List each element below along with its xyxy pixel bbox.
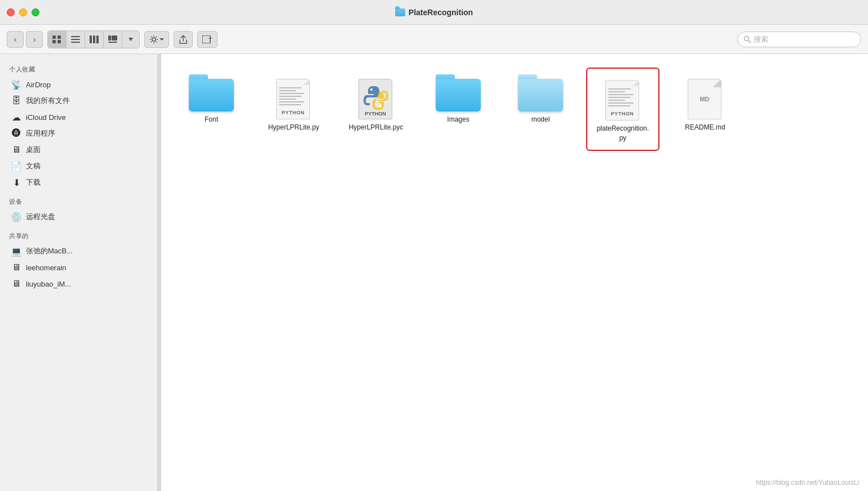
folder-body <box>436 79 481 111</box>
maximize-button[interactable] <box>32 8 39 16</box>
leehomerain-icon: 🖥 <box>11 262 21 273</box>
sidebar-label-docs: 文稿 <box>26 161 41 171</box>
python-file-icon: PYTHON <box>274 74 313 119</box>
pyc-file-icon: PYTHON <box>356 74 396 119</box>
svg-rect-0 <box>52 35 56 39</box>
file-item-readme-md[interactable]: MD README.md <box>668 68 742 151</box>
column-view-button[interactable] <box>85 31 104 48</box>
file-item-hyperlpr-py[interactable]: PYTHON HyperLPRLite.py <box>257 68 330 151</box>
view-options-button[interactable] <box>122 31 139 48</box>
py-page: PYTHON <box>276 79 310 119</box>
downloads-icon: ⬇ <box>11 177 21 188</box>
file-area: Font PYTHON HyperLPRLite.py <box>161 54 868 491</box>
svg-rect-12 <box>108 42 117 43</box>
svg-rect-10 <box>108 35 111 41</box>
sidebar-item-macb[interactable]: 💻 张弛的MacB... <box>2 243 155 259</box>
sidebar-item-airdrop[interactable]: 📡 AirDrop <box>2 77 155 92</box>
svg-rect-9 <box>96 35 99 43</box>
back-button[interactable]: ‹ <box>7 31 24 48</box>
file-item-platerecognition-py[interactable]: PYTHON plateRecognition.py <box>586 68 659 151</box>
sidebar-section-title: 个人收藏 <box>0 59 157 76</box>
window-title: PlateRecognition <box>395 8 473 17</box>
svg-rect-11 <box>112 35 117 41</box>
minimize-button[interactable] <box>19 8 27 16</box>
folder-icon <box>518 74 563 111</box>
file-item-hyperlpr-pyc[interactable]: PYTHON HyperLPRLite.pyc <box>339 68 413 151</box>
sidebar-item-remote-disk[interactable]: 💿 远程光盘 <box>2 209 155 225</box>
sidebar: 个人收藏 📡 AirDrop 🗄 我的所有文件 ☁ iCloud Drive 🅐… <box>0 54 158 491</box>
list-view-button[interactable] <box>67 31 85 48</box>
search-box[interactable]: 搜索 <box>737 32 861 47</box>
toolbar: ‹ › <box>0 25 868 54</box>
file-label-images: Images <box>447 115 469 124</box>
svg-marker-15 <box>160 38 164 41</box>
macb-icon: 💻 <box>11 246 21 256</box>
pyc-page: PYTHON <box>358 79 392 119</box>
cover-flow-button[interactable] <box>104 31 122 48</box>
share-button[interactable] <box>174 31 193 48</box>
remote-disk-icon: 💿 <box>11 212 21 222</box>
sidebar-label-remote-disk: 远程光盘 <box>26 212 55 222</box>
search-placeholder: 搜索 <box>754 34 768 44</box>
svg-rect-1 <box>57 35 61 39</box>
titlebar: PlateRecognition <box>0 0 868 25</box>
svg-line-18 <box>749 41 751 43</box>
desktop-icon: 🖥 <box>11 145 21 155</box>
sidebar-item-leehomerain[interactable]: 🖥 leehomerain <box>2 260 155 275</box>
view-mode-group <box>47 30 140 48</box>
forward-button[interactable]: › <box>26 31 43 48</box>
svg-rect-2 <box>52 40 56 43</box>
sidebar-label-macb: 张弛的MacB... <box>26 246 73 256</box>
sidebar-section-title: 设备 <box>0 191 157 208</box>
sidebar-item-desktop[interactable]: 🖥 桌面 <box>2 142 155 158</box>
apps-icon: 🅐 <box>11 128 21 139</box>
sidebar-section-title: 共享的 <box>0 225 157 243</box>
sidebar-label-apps: 应用程序 <box>26 128 55 139</box>
airdrop-icon: 📡 <box>11 79 21 90</box>
sidebar-item-docs[interactable]: 📄 文稿 <box>2 158 155 174</box>
file-item-images[interactable]: Images <box>422 68 495 151</box>
svg-marker-13 <box>129 38 133 41</box>
svg-point-20 <box>379 105 382 108</box>
folder-icon <box>436 74 481 111</box>
icloud-icon: ☁ <box>11 112 21 122</box>
sidebar-item-downloads[interactable]: ⬇ 下载 <box>2 175 155 190</box>
md-page: MD <box>688 79 721 119</box>
svg-rect-3 <box>57 40 61 43</box>
sidebar-label-icloud: iCloud Drive <box>26 113 66 122</box>
main-content: 个人收藏 📡 AirDrop 🗄 我的所有文件 ☁ iCloud Drive 🅐… <box>0 54 868 491</box>
sidebar-item-icloud[interactable]: ☁ iCloud Drive <box>2 109 155 125</box>
svg-point-19 <box>370 88 373 91</box>
svg-rect-6 <box>71 42 80 43</box>
file-label-hyperlpr-py: HyperLPRLite.py <box>268 123 320 132</box>
settings-button[interactable] <box>144 31 169 48</box>
docs-icon: 📄 <box>11 161 21 171</box>
sidebar-label-airdrop: AirDrop <box>26 81 51 89</box>
file-label-font: Font <box>205 115 218 124</box>
sidebar-item-liuyubao[interactable]: 🖥 liuyubao_iM... <box>2 276 155 292</box>
file-item-font[interactable]: Font <box>175 68 248 151</box>
md-file-icon: MD <box>685 74 725 119</box>
close-button[interactable] <box>7 8 15 16</box>
sidebar-label-leehomerain: leehomerain <box>26 264 67 272</box>
sidebar-label-downloads: 下载 <box>26 177 41 188</box>
sidebar-label-all-files: 我的所有文件 <box>26 96 70 106</box>
svg-rect-8 <box>93 35 95 43</box>
icon-view-button[interactable] <box>48 31 67 48</box>
svg-point-17 <box>745 36 749 41</box>
sidebar-item-apps[interactable]: 🅐 应用程序 <box>2 126 155 141</box>
title-text: PlateRecognition <box>409 8 473 17</box>
python-file-icon: PYTHON <box>603 75 643 120</box>
nav-buttons: ‹ › <box>7 31 43 48</box>
all-files-icon: 🗄 <box>11 96 21 106</box>
file-grid: Font PYTHON HyperLPRLite.py <box>175 68 854 151</box>
file-label-model: model <box>532 115 550 124</box>
file-item-model[interactable]: model <box>504 68 577 151</box>
file-label-readme-md: README.md <box>685 123 725 132</box>
sidebar-item-all-files[interactable]: 🗄 我的所有文件 <box>2 93 155 109</box>
tag-button[interactable] <box>197 31 218 48</box>
folder-icon <box>189 74 234 111</box>
liuyubao-icon: 🖥 <box>11 279 21 289</box>
folder-body <box>518 79 563 111</box>
title-folder-icon <box>395 8 405 16</box>
